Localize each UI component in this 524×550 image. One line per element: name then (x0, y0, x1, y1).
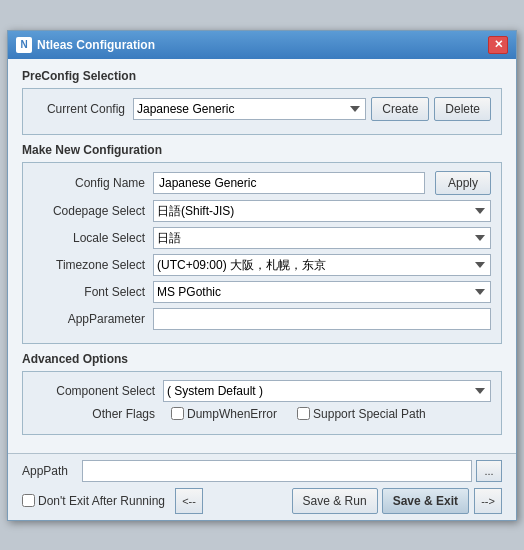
make-config-section: Config Name Apply Codepage Select 日語(Shi… (22, 162, 502, 344)
advanced-section-label: Advanced Options (22, 352, 502, 366)
timezone-row: Timezone Select (UTC+09:00) 大阪，札幌，东京 (33, 254, 491, 276)
preconfig-buttons: Create Delete (371, 97, 491, 121)
support-special-path-label: Support Special Path (313, 407, 426, 421)
locale-row: Locale Select 日語 (33, 227, 491, 249)
config-name-row: Config Name Apply (33, 171, 491, 195)
timezone-label: Timezone Select (33, 258, 153, 272)
action-buttons: Save & Run Save & Exit (292, 488, 469, 514)
dont-exit-label: Don't Exit After Running (38, 494, 165, 508)
app-icon: N (16, 37, 32, 53)
support-special-path-checkbox[interactable] (297, 407, 310, 420)
config-name-input[interactable] (153, 172, 425, 194)
current-config-label: Current Config (33, 102, 133, 116)
nav-back-button[interactable]: <-- (175, 488, 203, 514)
component-select[interactable]: ( System Default ) (163, 380, 491, 402)
locale-label: Locale Select (33, 231, 153, 245)
appparam-row: AppParameter (33, 308, 491, 330)
codepage-row: Codepage Select 日語(Shift-JIS) (33, 200, 491, 222)
action-row: Don't Exit After Running <-- Save & Run … (22, 488, 502, 514)
font-select[interactable]: MS PGothic (153, 281, 491, 303)
dump-when-error-flag: DumpWhenError (171, 407, 277, 421)
codepage-select[interactable]: 日語(Shift-JIS) (153, 200, 491, 222)
current-config-row: Current Config Japanese Generic Create D… (33, 97, 491, 121)
delete-button[interactable]: Delete (434, 97, 491, 121)
apply-button[interactable]: Apply (435, 171, 491, 195)
appparam-label: AppParameter (33, 312, 153, 326)
dont-exit-check: Don't Exit After Running (22, 494, 165, 508)
dump-when-error-checkbox[interactable] (171, 407, 184, 420)
preconfig-section: Current Config Japanese Generic Create D… (22, 88, 502, 135)
other-flags-row: Other Flags DumpWhenError Support Specia… (33, 407, 491, 421)
other-flags-label: Other Flags (33, 407, 163, 421)
dont-exit-checkbox[interactable] (22, 494, 35, 507)
apppath-input[interactable] (82, 460, 472, 482)
current-config-select[interactable]: Japanese Generic (133, 98, 366, 120)
advanced-section: Component Select ( System Default ) Othe… (22, 371, 502, 435)
preconfig-section-label: PreConfig Selection (22, 69, 502, 83)
codepage-label: Codepage Select (33, 204, 153, 218)
appparam-input[interactable] (153, 308, 491, 330)
title-bar-left: N Ntleas Configuration (16, 37, 155, 53)
component-label: Component Select (33, 384, 163, 398)
config-name-label: Config Name (33, 176, 153, 190)
apppath-label: AppPath (22, 464, 82, 478)
component-select-row: Component Select ( System Default ) (33, 380, 491, 402)
main-content: PreConfig Selection Current Config Japan… (8, 59, 516, 453)
font-row: Font Select MS PGothic (33, 281, 491, 303)
main-window: N Ntleas Configuration ✕ PreConfig Selec… (7, 30, 517, 521)
apppath-row: AppPath ... (22, 460, 502, 482)
close-button[interactable]: ✕ (488, 36, 508, 54)
nav-fwd-button[interactable]: --> (474, 488, 502, 514)
timezone-select[interactable]: (UTC+09:00) 大阪，札幌，东京 (153, 254, 491, 276)
title-bar: N Ntleas Configuration ✕ (8, 31, 516, 59)
dump-when-error-label: DumpWhenError (187, 407, 277, 421)
locale-select[interactable]: 日語 (153, 227, 491, 249)
create-button[interactable]: Create (371, 97, 429, 121)
save-exit-button[interactable]: Save & Exit (382, 488, 469, 514)
bottom-section: AppPath ... Don't Exit After Running <--… (8, 453, 516, 520)
make-config-section-label: Make New Configuration (22, 143, 502, 157)
save-run-button[interactable]: Save & Run (292, 488, 378, 514)
window-title: Ntleas Configuration (37, 38, 155, 52)
browse-button[interactable]: ... (476, 460, 502, 482)
font-label: Font Select (33, 285, 153, 299)
support-special-path-flag: Support Special Path (297, 407, 426, 421)
